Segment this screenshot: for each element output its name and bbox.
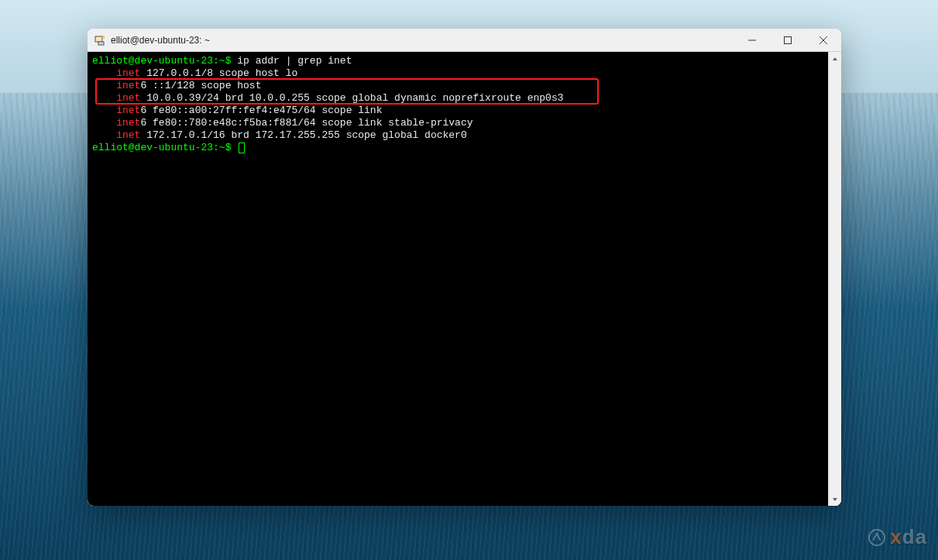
minimize-button[interactable]	[734, 29, 770, 51]
maximize-button[interactable]	[770, 29, 806, 51]
output-line: inet 127.0.0.1/8 scope host lo	[92, 67, 823, 80]
putty-icon	[94, 34, 106, 46]
scrollbar[interactable]	[828, 52, 841, 506]
cursor	[239, 143, 245, 153]
output-line: inet 10.0.0.39/24 brd 10.0.0.255 scope g…	[92, 92, 823, 105]
terminal-output[interactable]: elliot@dev-ubuntu-23:~$ ip addr | grep i…	[88, 52, 828, 506]
output-line: inet6 fe80::a00:27ff:fef4:e475/64 scope …	[92, 105, 823, 117]
window-controls	[734, 29, 841, 51]
svg-rect-1	[98, 42, 104, 45]
xda-logo-icon	[868, 529, 885, 546]
watermark-text: da	[902, 525, 927, 548]
prompt-line: elliot@dev-ubuntu-23:~$ ip addr | grep i…	[92, 55, 823, 67]
svg-rect-4	[785, 36, 792, 43]
window-title: elliot@dev-ubuntu-23: ~	[111, 35, 210, 46]
output-line: inet6 fe80::780:e48c:f5ba:f881/64 scope …	[92, 117, 823, 129]
window-titlebar[interactable]: elliot@dev-ubuntu-23: ~	[88, 29, 841, 52]
output-line: inet 172.17.0.1/16 brd 172.17.255.255 sc…	[92, 129, 823, 142]
xda-watermark: xda	[868, 525, 927, 549]
terminal-window: elliot@dev-ubuntu-23: ~ elliot@dev-ubunt…	[88, 29, 841, 506]
close-button[interactable]	[806, 29, 841, 51]
scroll-up-icon[interactable]	[829, 52, 841, 65]
watermark-x: x	[890, 525, 902, 548]
output-line: inet6 ::1/128 scope host	[92, 80, 823, 92]
svg-rect-0	[95, 36, 102, 42]
scroll-down-icon[interactable]	[829, 493, 841, 506]
prompt-line: elliot@dev-ubuntu-23:~$	[92, 142, 823, 154]
